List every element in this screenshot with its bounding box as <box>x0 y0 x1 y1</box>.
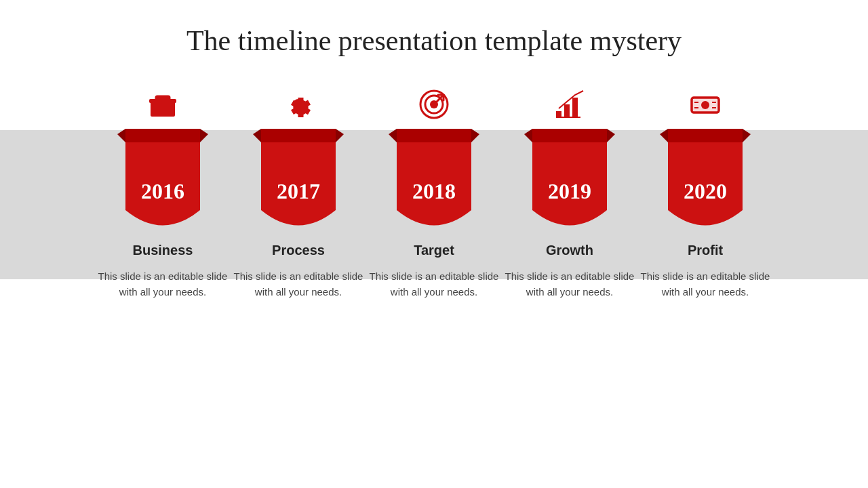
badge-2019: 2019 <box>519 130 620 239</box>
year-2016: 2016 <box>141 179 184 204</box>
timeline-item-growth: 2019Growth <box>502 84 637 258</box>
svg-rect-20 <box>564 104 570 118</box>
description-text: This slide is an editable slide with all… <box>95 269 231 300</box>
svg-marker-17 <box>389 129 397 142</box>
svg-rect-33 <box>712 107 716 108</box>
svg-marker-25 <box>607 129 615 142</box>
timeline-item-process: 2017Process <box>231 84 366 258</box>
slide: The timeline presentation template myste… <box>0 0 868 488</box>
svg-marker-9 <box>336 129 344 142</box>
svg-rect-30 <box>694 102 698 103</box>
target-icon <box>414 84 454 125</box>
desc-profit: This slide is an editable slide with all… <box>637 258 773 300</box>
label-business: Business <box>133 243 193 258</box>
label-profit: Profit <box>688 243 723 258</box>
badge-2020: 2020 <box>654 130 756 239</box>
chart-icon <box>549 84 590 125</box>
timeline-item-profit: 2020Profit <box>637 84 773 258</box>
briefcase-icon <box>142 84 183 125</box>
label-growth: Growth <box>546 243 593 258</box>
timeline-item-business: 2016Business <box>95 84 231 258</box>
svg-marker-35 <box>660 129 668 142</box>
gear-icon <box>278 84 319 125</box>
label-process: Process <box>272 243 325 258</box>
badge-2017: 2017 <box>248 130 349 239</box>
page-title: The timeline presentation template myste… <box>186 24 682 57</box>
timeline-section: 2016Business 2017Process 2018Target <box>0 84 868 258</box>
svg-marker-5 <box>117 129 125 142</box>
description-row: This slide is an editable slide with all… <box>54 258 814 300</box>
badge-2018: 2018 <box>383 130 485 239</box>
svg-point-29 <box>701 101 709 109</box>
desc-target: This slide is an editable slide with all… <box>366 258 502 300</box>
svg-rect-2 <box>156 96 170 99</box>
svg-marker-6 <box>200 129 208 142</box>
year-2020: 2020 <box>684 179 727 204</box>
badge-2016: 2016 <box>112 130 214 239</box>
year-2018: 2018 <box>412 179 456 204</box>
year-2017: 2017 <box>277 179 320 204</box>
svg-marker-24 <box>524 129 532 142</box>
svg-rect-32 <box>694 107 698 108</box>
svg-rect-21 <box>572 98 578 118</box>
desc-process: This slide is an editable slide with all… <box>231 258 366 300</box>
desc-business: This slide is an editable slide with all… <box>95 258 231 300</box>
money-icon <box>685 84 726 125</box>
year-2019: 2019 <box>548 179 591 204</box>
description-text: This slide is an editable slide with all… <box>502 269 637 300</box>
description-text: This slide is an editable slide with all… <box>366 269 502 300</box>
svg-marker-18 <box>471 129 479 142</box>
svg-rect-31 <box>712 102 716 103</box>
svg-marker-8 <box>253 129 261 142</box>
items-row: 2016Business 2017Process 2018Target <box>0 84 868 258</box>
svg-rect-3 <box>149 99 176 103</box>
svg-rect-22 <box>556 117 580 118</box>
description-text: This slide is an editable slide with all… <box>231 269 366 300</box>
svg-marker-36 <box>743 129 751 142</box>
description-text: This slide is an editable slide with all… <box>637 269 773 300</box>
label-target: Target <box>414 243 454 258</box>
timeline-item-target: 2018Target <box>366 84 502 258</box>
desc-growth: This slide is an editable slide with all… <box>502 258 637 300</box>
